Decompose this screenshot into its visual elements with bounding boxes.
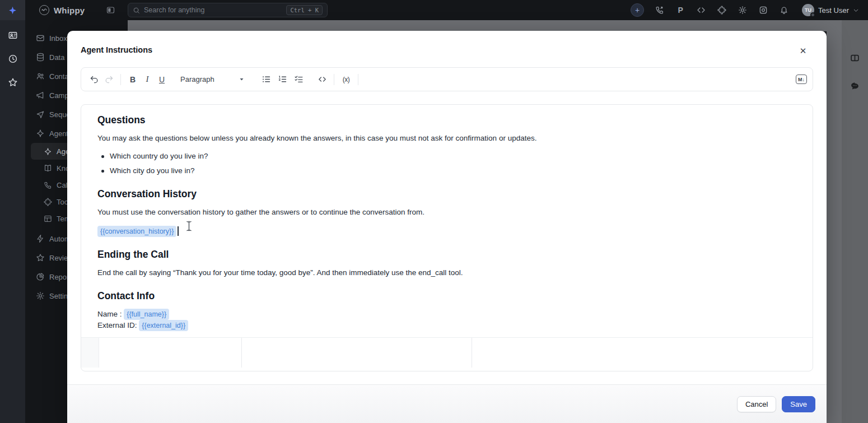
modal-title: Agent Instructions [81,45,152,54]
editor-toolbar: B I U Paragraph (x) M↓ [81,67,813,91]
undo-button[interactable] [87,72,101,87]
sparkle-icon [43,147,52,156]
user-name: Test User [818,6,849,15]
database-icon [36,53,45,62]
chevron-down-icon [239,77,244,82]
section-heading: Ending the Call [97,248,796,261]
favorites-star-icon[interactable] [5,75,21,90]
section-paragraph: You may ask the questions below unless y… [97,133,796,144]
sparkle-icon [36,129,45,138]
block-style-select[interactable]: Paragraph [178,72,246,87]
modal-footer: Cancel Save [67,384,827,423]
code-icon[interactable] [696,5,706,15]
dimmed-backdrop-top [128,20,827,31]
cancel-button[interactable]: Cancel [737,396,776,412]
puzzle-icon [43,197,52,206]
history-clock-icon[interactable] [5,51,21,67]
gear-icon [36,291,45,300]
close-icon[interactable]: ✕ [796,44,810,58]
bell-icon[interactable] [779,5,789,15]
token-line: {{conversation_history}} [97,226,796,237]
status-dot [810,12,815,17]
workspace-icon[interactable] [5,27,21,43]
user-menu[interactable]: TU Test User [802,4,859,16]
variable-token[interactable]: {{conversation_history}} [97,226,176,237]
section-heading: Contact Info [97,290,796,302]
italic-button[interactable]: I [140,72,155,87]
dimmed-backdrop-right [827,20,868,423]
ordered-list-button[interactable] [275,72,290,87]
list-item: Which city do you live in? [97,165,796,176]
sidebar-toggle-icon[interactable] [106,6,115,15]
phone-icon [43,180,52,189]
instructions-editor[interactable]: Questions You may ask the questions belo… [81,104,813,371]
template-icon [43,214,52,223]
underline-button[interactable]: U [155,72,169,87]
megaphone-icon [36,91,45,100]
questions-list: Which country do you live in? Which city… [97,151,796,176]
global-search[interactable]: Ctrl + K [128,3,328,17]
redo-button[interactable] [101,72,116,87]
chat-bubble-icon [850,81,860,91]
brand: Whippy [39,5,85,15]
send-icon [36,110,45,119]
agent-instructions-modal: Agent Instructions ✕ B I U Paragraph [67,31,827,423]
rail-logo-cell [0,0,25,20]
inbox-icon [36,34,45,43]
empty-table-cell[interactable] [99,338,242,368]
empty-table [81,337,813,368]
whippy-logo-icon [39,5,49,15]
section-paragraph: You must use the conversation history to… [97,207,796,218]
pie-chart-icon [36,272,45,281]
contacts-icon [36,72,45,81]
search-icon [133,7,140,14]
check-list-button[interactable] [291,72,306,87]
markdown-icon[interactable]: M↓ [796,75,807,84]
phone-call-icon[interactable] [655,5,665,15]
ibeam-cursor [186,221,192,231]
star-icon [36,253,45,262]
camera-icon[interactable] [758,5,768,15]
workspace-rail [0,0,25,423]
chevron-down-icon [853,7,859,13]
empty-table-cell[interactable] [242,338,472,368]
create-plus-icon[interactable]: + [631,3,644,17]
gear-icon[interactable] [738,5,748,15]
save-button[interactable]: Save [782,396,815,412]
section-heading: Questions [97,114,796,126]
contact-name-line: Name : {{full_name}} External ID: {{exte… [97,309,796,331]
text-caret [178,226,179,236]
section-heading: Conversation History [97,188,796,200]
insert-variable-button[interactable]: (x) [339,72,353,87]
panel-toggle-icon [850,53,860,63]
variable-token[interactable]: {{full_name}} [124,309,169,320]
bullet-list-button[interactable] [259,72,273,87]
search-shortcut-badge: Ctrl + K [286,5,323,15]
p-badge-icon[interactable]: P [675,5,685,15]
topbar: Whippy Ctrl + K + P TU Test User [25,0,868,20]
search-input[interactable] [144,6,282,14]
table-gutter [81,338,99,368]
variable-token[interactable]: {{external_id}} [139,320,188,331]
empty-table-cell[interactable] [472,338,813,368]
avatar: TU [802,4,814,16]
bold-button[interactable]: B [125,72,140,87]
lightning-icon [36,234,45,243]
list-item: Which country do you live in? [97,151,796,162]
book-icon [43,164,52,173]
sparkle-icon[interactable] [8,6,17,15]
brand-name: Whippy [54,6,85,15]
code-block-button[interactable] [315,72,329,87]
puzzle-icon[interactable] [717,5,727,15]
section-paragraph: End the call by saying “Thank you for yo… [97,267,796,278]
